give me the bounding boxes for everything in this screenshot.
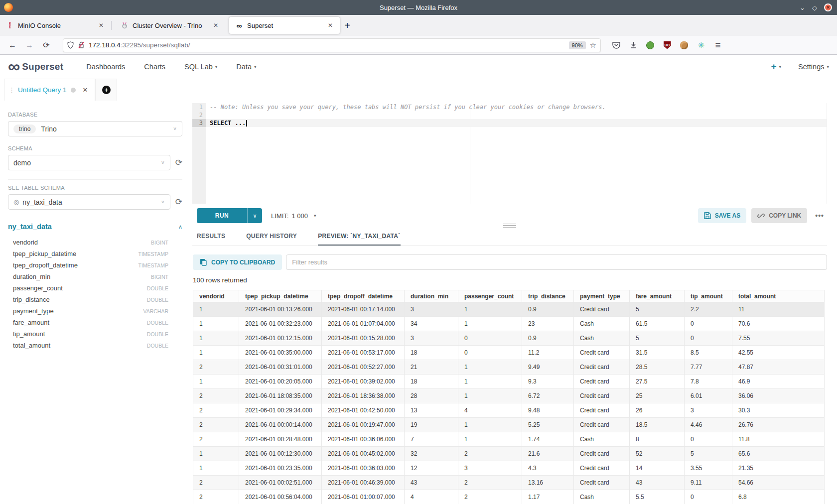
schema-column-row[interactable]: fare_amountDOUBLE bbox=[8, 317, 182, 328]
more-actions-button[interactable]: ••• bbox=[812, 212, 827, 220]
grid-row[interactable]: 12021-06-01 00:12:30.0002021-06-01 00:45… bbox=[193, 447, 825, 461]
navbar-add-button[interactable]: +▾ bbox=[771, 61, 781, 72]
new-tab-button[interactable]: + bbox=[340, 17, 355, 34]
table-select[interactable]: ◎ ny_taxi_data ∨ bbox=[8, 194, 170, 210]
copy-link-button[interactable]: COPY LINK bbox=[751, 208, 807, 223]
tab-close-icon[interactable]: ✕ bbox=[211, 21, 220, 30]
zoom-level-badge[interactable]: 90% bbox=[569, 41, 586, 49]
grid-column-header[interactable]: trip_distance bbox=[522, 290, 574, 302]
back-button[interactable]: ← bbox=[5, 38, 20, 52]
extension-asterisk-icon[interactable]: ✳ bbox=[697, 41, 705, 50]
schema-column-row[interactable]: vendoridBIGINT bbox=[8, 237, 182, 248]
cookie-extension-icon[interactable] bbox=[680, 41, 689, 50]
grid-cell: 1.74 bbox=[522, 432, 574, 447]
grid-row[interactable]: 12021-06-01 00:12:15.0002021-06-01 00:15… bbox=[193, 331, 825, 346]
editor-line[interactable]: 1-- Note: Unless you save your query, th… bbox=[192, 103, 827, 111]
grid-column-header[interactable]: tip_amount bbox=[685, 290, 732, 302]
navbar-settings-menu[interactable]: Settings▾ bbox=[798, 63, 829, 71]
schema-select[interactable]: demo ∨ bbox=[8, 155, 170, 170]
grid-cell: 21.6 bbox=[522, 447, 574, 461]
insecure-lock-icon[interactable] bbox=[78, 41, 85, 49]
panel-resize-handle[interactable] bbox=[503, 223, 516, 229]
grid-column-header[interactable]: tpep_pickup_datetime bbox=[239, 290, 322, 302]
schema-column-list: vendoridBIGINTtpep_pickup_datetimeTIMEST… bbox=[8, 237, 182, 351]
url-text[interactable]: 172.18.0.4:32295/superset/sqllab/ bbox=[89, 41, 569, 49]
sql-editor[interactable]: 1-- Note: Unless you save your query, th… bbox=[192, 103, 827, 204]
run-button[interactable]: RUN bbox=[197, 208, 247, 223]
pocket-icon[interactable] bbox=[612, 41, 621, 50]
limit-dropdown[interactable]: LIMIT: 1 000 ▾ bbox=[271, 212, 316, 220]
grid-row[interactable]: 22021-06-01 00:00:14.0002021-06-01 00:19… bbox=[193, 418, 825, 432]
schema-column-row[interactable]: tpep_dropoff_datetimeTIMESTAMP bbox=[8, 259, 182, 271]
grid-row[interactable]: 12021-06-01 00:32:23.0002021-06-01 01:07… bbox=[193, 317, 825, 331]
schema-column-row[interactable]: passenger_countDOUBLE bbox=[8, 282, 182, 294]
grid-column-header[interactable]: tpep_dropoff_datetime bbox=[322, 290, 405, 302]
grid-row[interactable]: 22021-06-01 00:02:51.0002021-06-01 00:46… bbox=[193, 476, 825, 490]
grid-row[interactable]: 22021-06-01 00:29:34.0002021-06-01 00:42… bbox=[193, 403, 825, 418]
schema-column-row[interactable]: duration_minBIGINT bbox=[8, 271, 182, 282]
save-as-button[interactable]: SAVE AS bbox=[698, 208, 746, 223]
nav-item-sql-lab[interactable]: SQL Lab▾ bbox=[184, 63, 217, 71]
nav-item-charts[interactable]: Charts bbox=[144, 63, 165, 71]
filter-results-input[interactable] bbox=[286, 254, 827, 270]
grid-column-header[interactable]: vendorid bbox=[193, 290, 239, 302]
downloads-icon[interactable] bbox=[629, 41, 638, 50]
grid-column-header[interactable]: passenger_count bbox=[458, 290, 522, 302]
grid-row[interactable]: 22021-06-01 00:31:01.0002021-06-01 00:52… bbox=[193, 360, 825, 375]
grid-cell: 1 bbox=[193, 317, 239, 331]
grid-row[interactable]: 12021-06-01 00:13:26.0002021-06-01 00:17… bbox=[193, 302, 825, 317]
nav-item-dashboards[interactable]: Dashboards bbox=[86, 63, 125, 71]
window-maximize-button[interactable]: ◇ bbox=[812, 4, 817, 11]
grid-column-header[interactable]: fare_amount bbox=[630, 290, 685, 302]
tab-close-icon[interactable]: ✕ bbox=[326, 21, 335, 30]
nav-item-data[interactable]: Data▾ bbox=[236, 63, 256, 71]
grid-row[interactable]: 12021-06-01 00:23:35.0002021-06-01 00:36… bbox=[193, 461, 825, 476]
schema-column-row[interactable]: total_amountDOUBLE bbox=[8, 340, 182, 351]
schema-table-name[interactable]: ny_taxi_data bbox=[8, 223, 52, 231]
results-tab-2[interactable]: PREVIEW: `NY_TAXI_DATA` bbox=[318, 228, 400, 245]
add-query-tab-button[interactable]: + bbox=[95, 79, 117, 101]
refresh-schema-icon[interactable]: ⟳ bbox=[175, 158, 182, 167]
grid-column-header[interactable]: total_amount bbox=[732, 290, 825, 302]
run-options-caret[interactable]: ∨ bbox=[247, 208, 262, 223]
url-bar[interactable]: 172.18.0.4:32295/superset/sqllab/ 90% ☆ bbox=[63, 38, 601, 52]
grid-cell: 7.8 bbox=[685, 375, 732, 389]
collapse-chevron-up-icon[interactable]: ∧ bbox=[178, 224, 182, 230]
ublock-origin-icon[interactable]: UO bbox=[663, 41, 672, 50]
copy-to-clipboard-button[interactable]: COPY TO CLIPBOARD bbox=[193, 254, 282, 270]
results-tab-0[interactable]: RESULTS bbox=[197, 228, 225, 245]
grid-column-header[interactable]: duration_min bbox=[405, 290, 458, 302]
query-tab[interactable]: ⋮ Untitled Query 1 ✕ bbox=[4, 79, 95, 101]
tracking-shield-icon[interactable] bbox=[67, 41, 74, 49]
superset-logo[interactable]: ∞ Superset bbox=[8, 60, 63, 73]
schema-column-row[interactable]: payment_typeVARCHAR bbox=[8, 305, 182, 317]
browser-tab-trino[interactable]: Cluster Overview - Trino ✕ bbox=[115, 17, 225, 34]
database-select[interactable]: trino Trino ∨ bbox=[8, 121, 182, 136]
privacy-badger-icon[interactable] bbox=[646, 41, 655, 50]
browser-tab-superset[interactable]: ∞ Superset ✕ bbox=[229, 17, 340, 34]
results-tab-1[interactable]: QUERY HISTORY bbox=[246, 228, 297, 245]
forward-button[interactable]: → bbox=[22, 38, 37, 52]
refresh-table-icon[interactable]: ⟳ bbox=[175, 198, 182, 206]
window-minimize-button[interactable]: ⌄ bbox=[800, 4, 805, 11]
grid-row[interactable]: 22021-06-01 18:08:35.0002021-06-01 18:36… bbox=[193, 389, 825, 403]
grid-row[interactable]: 12021-06-01 00:35:00.0002021-06-01 00:53… bbox=[193, 346, 825, 360]
browser-tab-minio[interactable]: MinIO Console ✕ bbox=[0, 17, 111, 34]
editor-line[interactable]: 2 bbox=[192, 111, 827, 119]
tab-close-icon[interactable]: ✕ bbox=[97, 21, 106, 30]
drag-handle-icon[interactable]: ⋮ bbox=[8, 86, 14, 94]
grid-row[interactable]: 12021-06-01 00:20:05.0002021-06-01 00:39… bbox=[193, 375, 825, 389]
schema-column-row[interactable]: tip_amountDOUBLE bbox=[8, 328, 182, 340]
reload-button[interactable]: ⟳ bbox=[39, 38, 54, 52]
schema-column-row[interactable]: tpep_pickup_datetimeTIMESTAMP bbox=[8, 248, 182, 259]
grid-row[interactable]: 22021-06-01 00:28:48.0002021-06-01 00:36… bbox=[193, 432, 825, 447]
grid-column-header[interactable]: payment_type bbox=[574, 290, 630, 302]
hamburger-menu-icon[interactable]: ≡ bbox=[713, 41, 722, 50]
window-close-button[interactable]: ✕ bbox=[824, 3, 832, 11]
query-tab-close-icon[interactable]: ✕ bbox=[83, 86, 88, 94]
schema-column-row[interactable]: trip_distanceDOUBLE bbox=[8, 294, 182, 305]
grid-row[interactable]: 22021-06-01 00:56:04.0002021-06-01 01:00… bbox=[193, 490, 825, 504]
editor-line[interactable]: 3SELECT ... bbox=[192, 119, 827, 127]
bookmark-star-icon[interactable]: ☆ bbox=[590, 41, 596, 50]
line-text: -- Note: Unless you save your query, the… bbox=[206, 103, 606, 111]
